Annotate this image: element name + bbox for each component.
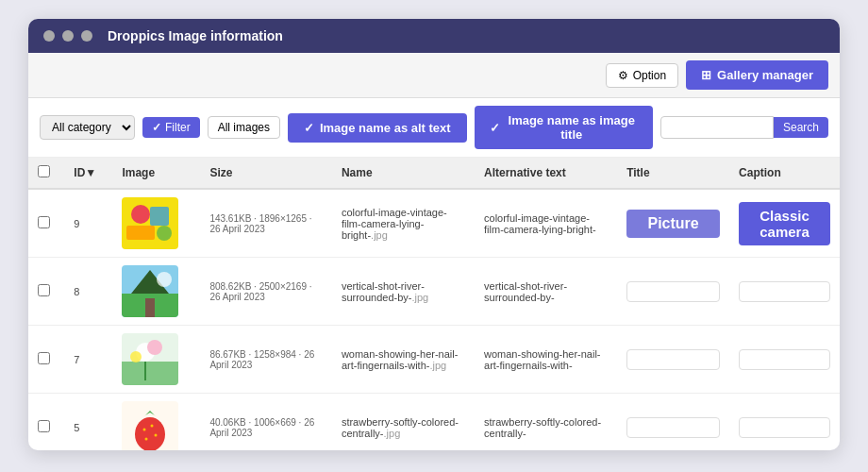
traffic-light-1 — [43, 30, 55, 42]
row-checkbox-cell — [28, 394, 64, 451]
image-title-toggle-button[interactable]: Image name as image title — [475, 106, 653, 149]
row-checkbox-8[interactable] — [38, 284, 50, 296]
row-alt-text: woman-showing-her-nail-art-fingernails-w… — [484, 348, 601, 371]
row-checkbox-cell — [28, 189, 64, 258]
main-window: Droppics Image information Option Galler… — [28, 19, 840, 450]
svg-point-9 — [157, 272, 172, 287]
gallery-manager-button[interactable]: Gallery manager — [686, 60, 828, 90]
title-input-7[interactable] — [626, 349, 720, 370]
row-name-text: colorful-image-vintage-film-camera-lying… — [342, 207, 447, 241]
image-placeholder-5 — [122, 401, 178, 450]
traffic-light-2 — [62, 30, 74, 42]
row-caption-8[interactable] — [729, 258, 840, 326]
filter-bar: All category Filter All images Image nam… — [28, 98, 840, 158]
row-checkbox-5[interactable] — [38, 420, 50, 432]
all-images-label: All images — [218, 121, 270, 134]
row-alt-5: strawberry-softly-colored-centrally- — [475, 394, 617, 451]
row-image-7 — [112, 326, 200, 394]
alt-check-icon — [304, 121, 314, 135]
svg-point-4 — [157, 226, 172, 241]
row-image-9 — [112, 189, 200, 258]
title-column-header: Title — [617, 158, 729, 189]
select-all-checkbox-header[interactable] — [28, 158, 64, 189]
caption-column-header: Caption — [729, 158, 840, 189]
filter-label: Filter — [165, 121, 191, 134]
option-label: Option — [633, 69, 666, 82]
filter-button[interactable]: Filter — [142, 117, 200, 138]
image-placeholder-9 — [122, 197, 178, 249]
search-input[interactable] — [660, 116, 774, 139]
alt-text-toggle-label: Image name as alt text — [320, 121, 451, 135]
row-name-7: woman-showing-her-nail-art-fingernails-w… — [332, 326, 475, 394]
svg-rect-2 — [150, 207, 169, 226]
search-box: Search — [660, 116, 828, 139]
row-title-9[interactable]: Picture — [617, 189, 729, 258]
row-alt-8: vertical-shot-river-surrounded-by- — [475, 258, 617, 326]
row-checkbox-9[interactable] — [38, 216, 50, 228]
title-input-5[interactable] — [626, 417, 720, 438]
row-name-5: strawberry-softly-colored-centrally-.jpg — [332, 394, 475, 451]
row-checkbox-cell — [28, 258, 64, 326]
title-input-8[interactable] — [626, 281, 720, 302]
alt-column-header: Alternative text — [475, 158, 617, 189]
all-images-button[interactable]: All images — [208, 116, 280, 139]
images-table: ID▼ Image Size Name Alternative text Tit… — [28, 158, 840, 450]
row-title-5[interactable] — [617, 394, 729, 451]
row-id-7: 7 — [64, 326, 112, 394]
gear-icon — [618, 69, 628, 82]
row-image-8 — [112, 258, 200, 326]
row-image-5 — [112, 394, 200, 451]
option-button[interactable]: Option — [606, 63, 678, 88]
name-column-header: Name — [332, 158, 475, 189]
image-column-header: Image — [112, 158, 200, 189]
table-header-row: ID▼ Image Size Name Alternative text Tit… — [28, 158, 840, 189]
filter-check-icon — [152, 121, 161, 134]
svg-rect-3 — [126, 226, 155, 240]
row-alt-text: vertical-shot-river-surrounded-by- — [484, 280, 567, 303]
svg-point-17 — [135, 417, 165, 450]
svg-point-1 — [131, 205, 150, 224]
row-name-8: vertical-shot-river-surrounded-by-.jpg — [332, 258, 475, 326]
table-body: 9 143.61KB · 1896×1265 · 26 April 2023 c… — [28, 189, 840, 450]
table-row: 5 40.06KB · 1006×669 · 26 April 2023 str… — [28, 394, 840, 451]
caption-input-7[interactable] — [739, 349, 830, 370]
picture-badge: Picture — [626, 210, 720, 238]
alt-text-toggle-button[interactable]: Image name as alt text — [288, 113, 466, 143]
size-column-header: Size — [200, 158, 332, 189]
gallery-manager-label: Gallery manager — [717, 68, 813, 82]
row-alt-text: strawberry-softly-colored-centrally- — [484, 416, 601, 439]
title-check-icon — [490, 121, 500, 135]
row-caption-9[interactable]: Classic camera — [729, 189, 840, 258]
search-label: Search — [783, 121, 819, 134]
id-column-header[interactable]: ID▼ — [64, 158, 112, 189]
category-select[interactable]: All category — [40, 115, 135, 140]
row-size-7: 86.67KB · 1258×984 · 26 April 2023 — [200, 326, 332, 394]
row-checkbox-cell — [28, 326, 64, 394]
svg-point-13 — [147, 340, 162, 355]
svg-point-21 — [155, 434, 158, 437]
search-button[interactable]: Search — [774, 117, 828, 138]
window-title: Droppics Image information — [108, 28, 283, 43]
image-placeholder-8 — [122, 265, 178, 317]
select-all-checkbox[interactable] — [38, 165, 50, 177]
caption-input-5[interactable] — [739, 417, 830, 438]
traffic-light-3 — [81, 30, 92, 42]
row-caption-5[interactable] — [729, 394, 840, 451]
image-placeholder-7 — [122, 333, 178, 385]
row-title-7[interactable] — [617, 326, 729, 394]
title-bar: Droppics Image information — [28, 19, 840, 53]
row-name-9: colorful-image-vintage-film-camera-lying… — [332, 189, 475, 258]
row-checkbox-7[interactable] — [38, 352, 50, 364]
svg-rect-11 — [122, 362, 178, 385]
row-size-9: 143.61KB · 1896×1265 · 26 April 2023 — [200, 189, 332, 258]
caption-input-8[interactable] — [739, 281, 830, 302]
svg-point-15 — [130, 351, 142, 362]
row-id-8: 8 — [64, 258, 112, 326]
row-title-8[interactable] — [617, 258, 729, 326]
row-size-5: 40.06KB · 1006×669 · 26 April 2023 — [200, 394, 332, 451]
toolbar: Option Gallery manager — [28, 53, 840, 98]
row-caption-7[interactable] — [729, 326, 840, 394]
camera-badge: Classic camera — [739, 202, 830, 245]
row-alt-text: colorful-image-vintage-film-camera-lying… — [484, 212, 596, 235]
title-toggle-label: Image name as image title — [506, 113, 638, 142]
